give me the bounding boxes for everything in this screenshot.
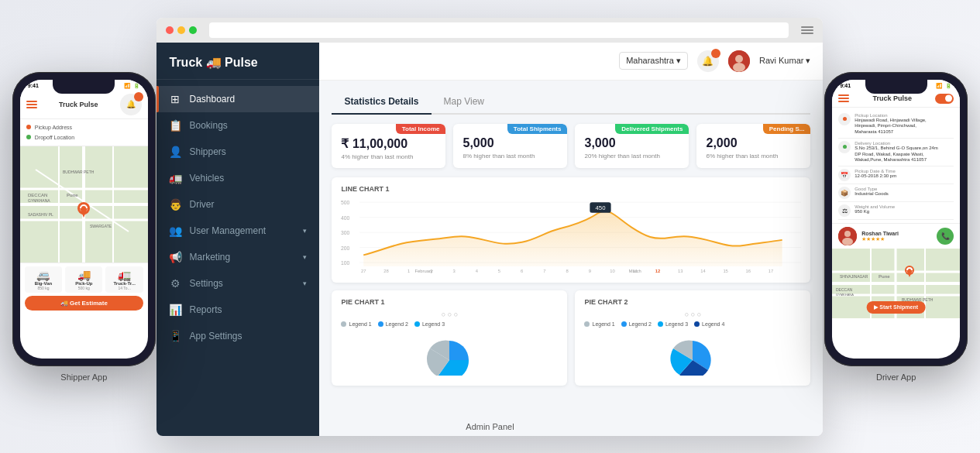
delivery-location-info: Delivery Location S.No 253/1, Behind G-O…	[854, 141, 938, 163]
pickup-location-row: Pickup Location Hinjawadi Road, Hinjawad…	[838, 111, 954, 139]
stat-badge-shipments: Total Shipments	[507, 124, 568, 134]
sidebar-logo-text: Truck 🚚 Pulse	[169, 55, 257, 70]
pie-chart-1: PIE CHART 1 ○ ○ ○ Legend 1 Legend 2	[332, 290, 567, 386]
nav-item-vehicles[interactable]: 🚛 Vehicles	[156, 165, 319, 191]
sidebar-logo: Truck 🚚 Pulse	[156, 43, 319, 80]
phone-notch-right	[865, 80, 927, 94]
pickup-location-dot	[843, 117, 847, 121]
legend-2-2: Legend 2	[621, 321, 652, 327]
usermgmt-icon: 👥	[169, 225, 181, 237]
svg-text:5: 5	[498, 268, 500, 273]
pickup-label: Pickup Address	[35, 125, 72, 130]
phone-navbar-left: Truck Pulse 🔔	[20, 91, 148, 119]
legend-dot-2-3	[658, 321, 663, 327]
vehicle-card-truck[interactable]: 🚛 Truck-Tr... 14 To...	[105, 266, 143, 293]
line-chart-container: 500 400 300 200 100	[341, 197, 801, 275]
bell-icon-left: 🔔	[126, 100, 136, 108]
url-bar[interactable]	[209, 22, 789, 38]
nav-item-appsettings[interactable]: 📱 App Settings	[156, 323, 319, 349]
nav-item-shippers[interactable]: 👤 Shippers	[156, 139, 319, 165]
vehicle-card-pickup[interactable]: 🚚 Pick-Up 500 kg	[65, 266, 102, 293]
stat-card-pending: Pending S... 2,000 6% higher than last m…	[696, 124, 810, 168]
svg-text:2: 2	[431, 268, 433, 273]
phone-notch-left	[53, 80, 115, 94]
nav-item-settings[interactable]: ⚙ Settings ▾	[156, 270, 319, 297]
nav-item-usermgmt[interactable]: 👥 User Management ▾	[156, 218, 319, 244]
hamburger-icon-right[interactable]	[838, 94, 849, 102]
settings-icon: ⚙	[169, 277, 181, 290]
shippers-icon: 👤	[169, 146, 181, 158]
stat-badge-delivered: Delivered Shipments	[615, 124, 689, 134]
start-shipment-button[interactable]: ▶ Start Shipment	[866, 301, 926, 314]
battery-icon-right: 🔋	[945, 83, 952, 89]
tl-minimize[interactable]	[177, 26, 185, 34]
stat-badge-income: Total Income	[396, 124, 446, 134]
nav-label-reports: Reports	[189, 304, 307, 315]
app-toggle[interactable]	[935, 94, 954, 104]
nav-item-driver[interactable]: 👨 Driver	[156, 191, 319, 218]
nav-label-settings: Settings	[189, 278, 295, 289]
pickup-row[interactable]: Pickup Address	[26, 122, 142, 132]
legend-2-1: Legend 1	[584, 321, 614, 327]
tl-maximize[interactable]	[189, 26, 197, 34]
stat-change-shipments: 8% higher than last month	[462, 153, 558, 160]
nav-item-reports[interactable]: 📊 Reports	[156, 297, 319, 323]
appsettings-icon: 📱	[169, 330, 181, 342]
driver-avatar-image	[838, 227, 857, 245]
nav-label-marketing: Marketing	[189, 252, 295, 263]
stat-value-pending: 2,000	[706, 136, 801, 150]
phone-left-screen: 9:41 📶 🔋 Truck Pulse 🔔	[20, 80, 148, 359]
get-estimate-button[interactable]: 🚚 Get Estimate	[25, 296, 143, 311]
stat-change-delivered: 20% higher than last month	[584, 153, 679, 160]
stats-row: Total Income ₹ 11,00,000 4% higher than …	[332, 124, 810, 168]
nav-label-bookings: Bookings	[189, 120, 307, 131]
svg-text:100: 100	[341, 260, 350, 266]
user-name-display[interactable]: Ravi Kumar ▾	[759, 56, 811, 66]
phone-left: 9:41 📶 🔋 Truck Pulse 🔔	[12, 72, 156, 382]
reports-icon: 📊	[169, 304, 181, 316]
state-selector[interactable]: Maharashtra ▾	[619, 52, 688, 70]
pie-legend-2: Legend 1 Legend 2 Legend 3	[584, 321, 801, 327]
nav-item-marketing[interactable]: 📢 Marketing ▾	[156, 244, 319, 270]
stat-change-pending: 6% higher than last month	[706, 153, 801, 160]
traffic-lights	[166, 26, 197, 34]
notification-button[interactable]: 🔔	[697, 50, 719, 72]
app-title-right: Truck Pulse	[872, 94, 912, 102]
phone-right-label: Driver App	[824, 372, 968, 382]
svg-text:1: 1	[407, 268, 410, 273]
pie-svg-1	[422, 333, 476, 376]
driver-profile: Roshan Tiwari ★★★★★ 📞	[832, 223, 960, 249]
notification-icon-left[interactable]: 🔔	[120, 94, 142, 115]
legend-label-2-2: Legend 2	[629, 321, 652, 327]
browser-menu-icon[interactable]	[801, 26, 813, 34]
pickup-date-row: 📅 Pickup Date & Time 12-05-2018 2:30 pm	[838, 166, 954, 184]
svg-text:March: March	[629, 268, 641, 273]
pie-container-1	[341, 331, 558, 378]
sidebar-nav: ⊞ Dashboard 📋 Bookings 👤 Shippers 🚛 Vehi…	[156, 80, 319, 436]
svg-text:28: 28	[384, 268, 389, 273]
chevron-down-icon-marketing: ▾	[303, 253, 307, 261]
tab-statistics[interactable]: Statistics Details	[332, 90, 431, 115]
nav-item-dashboard[interactable]: ⊞ Dashboard	[156, 86, 319, 112]
pickup-date-info: Pickup Date & Time 12-05-2018 2:30 pm	[854, 169, 896, 180]
dropoff-row[interactable]: Dropoff Location	[26, 132, 142, 142]
browser-titlebar	[156, 18, 823, 43]
driver-icon: 👨	[169, 198, 181, 211]
hamburger-icon-left[interactable]	[26, 101, 37, 108]
vehicle-card-bigvan[interactable]: 🚐 Big-Van 850 kg	[25, 266, 62, 293]
goods-icon: 📦	[838, 187, 851, 199]
desktop-window: Truck 🚚 Pulse ⊞ Dashboard 📋 Bookings 👤 S…	[156, 18, 823, 436]
vehicle-section: 🚐 Big-Van 850 kg 🚚 Pick-Up 500 kg 🚛 Truc…	[20, 263, 148, 314]
nav-item-bookings[interactable]: 📋 Bookings	[156, 112, 319, 139]
tab-mapview[interactable]: Map View	[432, 90, 497, 115]
legend-1-1: Legend 1	[341, 321, 371, 327]
user-avatar	[728, 50, 750, 72]
legend-dot-1-2	[378, 321, 383, 327]
call-button[interactable]: 📞	[937, 228, 954, 245]
legend-label-1-3: Legend 3	[422, 321, 445, 327]
signal-icon-right: 📶	[936, 83, 943, 89]
vehicle-weight-pickup: 500 kg	[67, 286, 100, 290]
tl-close[interactable]	[166, 26, 174, 34]
svg-text:7: 7	[544, 268, 546, 273]
avatar-image	[728, 50, 750, 72]
